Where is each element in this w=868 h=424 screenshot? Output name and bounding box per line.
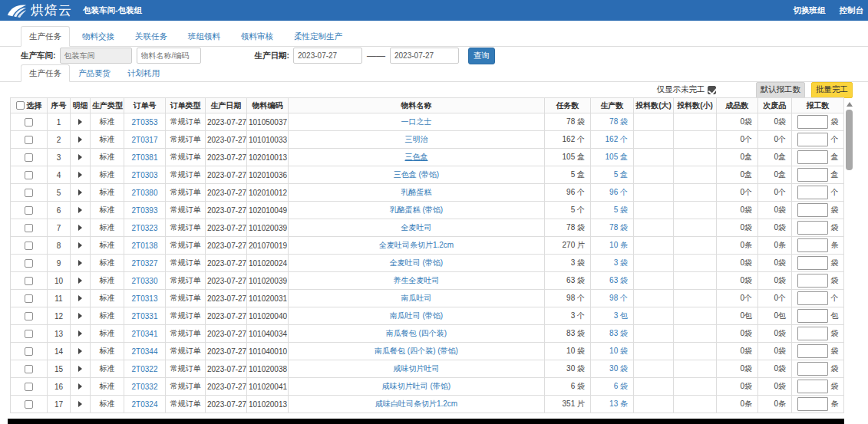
report-qty-input[interactable]: [797, 327, 828, 340]
prod-qty-link[interactable]: 63 袋: [609, 276, 628, 284]
order-link[interactable]: 2T0344: [132, 347, 158, 356]
expand-caret-icon[interactable]: [78, 242, 82, 248]
order-link[interactable]: 2T0381: [132, 153, 158, 162]
expand-caret-icon[interactable]: [78, 207, 82, 213]
only-unfinished-checkbox[interactable]: [708, 86, 716, 94]
prod-qty-link[interactable]: 98 个: [609, 294, 628, 302]
row-checkbox[interactable]: [25, 242, 33, 250]
row-checkbox[interactable]: [25, 383, 33, 391]
material-name-link[interactable]: 南瓜吐司 (带馅): [390, 311, 443, 320]
main-tab-1[interactable]: 物料交接: [74, 26, 123, 47]
report-qty-input[interactable]: [797, 344, 828, 358]
switch-team-link[interactable]: 切换班组: [794, 5, 826, 16]
row-checkbox[interactable]: [25, 153, 33, 162]
expand-caret-icon[interactable]: [78, 383, 82, 389]
prod-qty-link[interactable]: 30 袋: [609, 364, 628, 373]
order-link[interactable]: 2T0332: [132, 383, 158, 391]
row-checkbox[interactable]: [25, 171, 33, 179]
prod-qty-link[interactable]: 105 盒: [606, 153, 628, 161]
prod-qty-link[interactable]: 3 包: [614, 311, 628, 320]
material-name-link[interactable]: 全麦吐司: [401, 223, 432, 232]
prod-qty-link[interactable]: 162 个: [606, 135, 628, 143]
table-scrollbar[interactable]: [845, 100, 853, 419]
console-link[interactable]: 控制台: [840, 5, 864, 16]
prod-qty-link[interactable]: 3 袋: [614, 258, 628, 267]
material-name-link[interactable]: 咸味切片吐司 (带馅): [382, 382, 451, 390]
material-name-link[interactable]: 一口之士: [401, 117, 432, 126]
expand-caret-icon[interactable]: [78, 225, 82, 231]
order-link[interactable]: 2T0380: [132, 189, 158, 197]
material-name-link[interactable]: 养生全麦吐司: [394, 276, 440, 284]
expand-caret-icon[interactable]: [78, 119, 82, 125]
report-qty-input[interactable]: [797, 309, 828, 323]
row-checkbox[interactable]: [25, 347, 33, 356]
material-search-input[interactable]: [137, 48, 201, 64]
query-button[interactable]: 查询: [468, 48, 495, 64]
main-tab-3[interactable]: 班组领料: [180, 26, 229, 47]
prod-qty-link[interactable]: 5 盒: [614, 170, 628, 179]
prod-qty-link[interactable]: 83 袋: [609, 329, 628, 337]
material-name-link[interactable]: 南瓜吐司: [401, 294, 432, 302]
row-checkbox[interactable]: [25, 224, 33, 232]
row-checkbox[interactable]: [25, 312, 33, 320]
expand-caret-icon[interactable]: [78, 295, 82, 301]
report-qty-input[interactable]: [797, 274, 828, 288]
expand-caret-icon[interactable]: [78, 313, 82, 319]
date-to-input[interactable]: [390, 48, 459, 64]
order-link[interactable]: 2T0303: [132, 171, 158, 179]
prod-qty-link[interactable]: 6 袋: [614, 382, 628, 390]
order-link[interactable]: 2T0331: [132, 312, 158, 320]
order-link[interactable]: 2T0353: [132, 118, 158, 127]
main-tab-0[interactable]: 生产任务: [21, 26, 70, 47]
material-name-link[interactable]: 三明治: [405, 135, 428, 143]
expand-caret-icon[interactable]: [78, 366, 82, 372]
material-name-link[interactable]: 乳酪蛋糕: [401, 188, 432, 196]
row-checkbox[interactable]: [25, 118, 33, 127]
row-checkbox[interactable]: [25, 259, 33, 268]
report-qty-input[interactable]: [797, 133, 828, 146]
order-link[interactable]: 2T0322: [132, 365, 158, 373]
row-checkbox[interactable]: [25, 277, 33, 285]
prod-qty-link[interactable]: 13 条: [609, 399, 628, 408]
material-name-link[interactable]: 乳酪蛋糕 (带馅): [390, 205, 443, 214]
expand-caret-icon[interactable]: [78, 136, 82, 143]
order-link[interactable]: 2T0330: [132, 277, 158, 285]
select-all-checkbox[interactable]: [16, 101, 25, 110]
material-name-link[interactable]: 咸味切片吐司: [394, 364, 440, 373]
row-checkbox[interactable]: [25, 206, 33, 215]
report-qty-input[interactable]: [797, 380, 828, 393]
material-name-link[interactable]: 全麦吐司条切片1.2cm: [379, 241, 454, 249]
scrollbar-thumb[interactable]: [846, 110, 853, 170]
report-qty-input[interactable]: [797, 221, 828, 235]
order-link[interactable]: 2T0138: [132, 242, 158, 250]
expand-caret-icon[interactable]: [78, 189, 82, 196]
order-link[interactable]: 2T0341: [132, 330, 158, 338]
report-qty-input[interactable]: [797, 291, 828, 305]
row-checkbox[interactable]: [25, 330, 33, 338]
material-name-link[interactable]: 南瓜餐包 (四个装) (带馅): [375, 347, 458, 355]
report-qty-input[interactable]: [797, 203, 828, 217]
default-report-button[interactable]: 默认报工数: [756, 82, 806, 98]
row-checkbox[interactable]: [25, 400, 33, 409]
row-checkbox[interactable]: [25, 189, 33, 197]
expand-caret-icon[interactable]: [78, 401, 82, 407]
main-tab-4[interactable]: 领料审核: [233, 26, 282, 47]
row-checkbox[interactable]: [25, 136, 33, 144]
report-qty-input[interactable]: [797, 362, 828, 376]
report-qty-input[interactable]: [797, 150, 828, 164]
sub-tab-1[interactable]: 产品要货: [70, 64, 119, 82]
date-from-input[interactable]: [293, 48, 362, 64]
sub-tab-2[interactable]: 计划耗用: [119, 64, 168, 82]
prod-qty-link[interactable]: 96 个: [609, 188, 628, 196]
report-qty-input[interactable]: [797, 186, 828, 199]
prod-qty-link[interactable]: 5 袋: [614, 205, 628, 214]
expand-caret-icon[interactable]: [78, 348, 82, 354]
report-qty-input[interactable]: [797, 168, 828, 182]
order-link[interactable]: 2T0313: [132, 294, 158, 303]
scrollbar-up-arrow-icon[interactable]: [847, 102, 853, 107]
expand-caret-icon[interactable]: [78, 330, 82, 337]
order-link[interactable]: 2T0393: [132, 206, 158, 215]
batch-finish-button[interactable]: 批量完工: [811, 82, 853, 98]
report-qty-input[interactable]: [797, 256, 828, 270]
order-link[interactable]: 2T0317: [132, 136, 158, 144]
